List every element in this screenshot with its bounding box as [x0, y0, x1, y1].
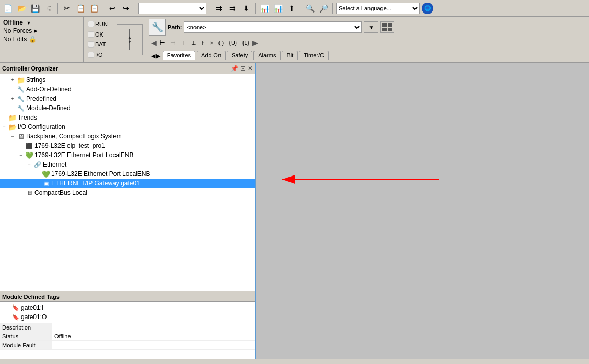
- rung-btn1[interactable]: ⊢: [158, 39, 167, 48]
- panel-pin-btn[interactable]: 📌: [230, 65, 238, 72]
- tab-favorites[interactable]: Favorites: [163, 51, 195, 60]
- tree-item-ethernet[interactable]: − 🔗 Ethernet: [0, 160, 255, 169]
- rung-btn7[interactable]: ( ): [216, 39, 226, 47]
- redo-button[interactable]: ↪: [120, 3, 132, 14]
- rung-btn3[interactable]: ⊤: [179, 39, 188, 48]
- open-button[interactable]: 📂: [16, 3, 27, 14]
- panel-float-btn[interactable]: ⊡: [240, 65, 246, 72]
- expand-module-defined[interactable]: [9, 105, 16, 111]
- expand-trends[interactable]: [1, 114, 7, 121]
- tree-label-pro1: 1769-L32E eip_test_pro1: [34, 142, 105, 149]
- expand-predefined[interactable]: +: [9, 96, 16, 102]
- bottom-panel-title: Module Defined Tags: [2, 293, 60, 300]
- ok-checkbox[interactable]: [88, 31, 94, 38]
- module-icon-module-defined: 🔧: [17, 104, 25, 112]
- routine-dropdown[interactable]: [138, 3, 206, 14]
- forces-expand-btn[interactable]: ▶: [34, 28, 38, 33]
- tab-safety[interactable]: Safety: [227, 51, 252, 60]
- tree-item-addon-defined[interactable]: 🔧 Add-On-Defined: [0, 85, 255, 94]
- io-checkbox[interactable]: [88, 52, 94, 58]
- upload-button[interactable]: ⬆: [286, 3, 297, 14]
- copy-button[interactable]: 📋: [75, 3, 86, 14]
- toolbar-row1: 📄 📂 💾 🖨 ✂ 📋 📋 ↩ ↪ ⇉ ⇉ ⬇ 📊 📊 ⬆ 🔍 🔎 Select…: [0, 0, 589, 17]
- bat-checkbox[interactable]: [88, 41, 94, 48]
- arrow-right-icon[interactable]: ▶: [252, 39, 258, 47]
- save-button[interactable]: 💾: [29, 3, 41, 14]
- tag-icon-i: 🔖: [11, 303, 20, 312]
- rung-btn5[interactable]: ⊦: [200, 39, 207, 48]
- fault-value: [52, 341, 255, 350]
- cpu-icon-backplane: 🖥: [17, 132, 25, 140]
- rung-btn4[interactable]: ⊥: [189, 39, 199, 48]
- tab-nav-next[interactable]: ▶: [156, 53, 160, 60]
- forces-label: No Forces: [3, 27, 32, 34]
- expand-ethernet[interactable]: −: [26, 161, 32, 168]
- rung-btn9[interactable]: {L}: [240, 39, 251, 47]
- sep6: [301, 3, 301, 14]
- expand-backplane[interactable]: −: [9, 133, 16, 139]
- expand-l32e-pro1[interactable]: [18, 143, 24, 149]
- right-panel: [256, 63, 589, 359]
- run-label: RUN: [95, 21, 108, 27]
- arrow-left-icon[interactable]: ◀: [151, 39, 157, 47]
- tag-label-i: gate01:I: [21, 304, 43, 311]
- tab-addon[interactable]: Add-On: [197, 51, 226, 60]
- folder-icon-strings: 📁: [17, 76, 25, 84]
- path-select[interactable]: <none>: [184, 21, 362, 33]
- tab-bit[interactable]: Bit: [282, 51, 298, 60]
- new-button[interactable]: 📄: [2, 3, 14, 14]
- sep2: [103, 3, 103, 14]
- tree-item-io-config[interactable]: − 📂 I/O Configuration: [0, 122, 255, 132]
- tag-label-o: gate01:O: [21, 313, 47, 321]
- tree-label-locenb: 1769-L32E Ethernet Port LocalENB: [34, 151, 133, 159]
- tree-item-module-defined[interactable]: 🔧 Module-Defined: [0, 103, 255, 113]
- zoom-in-button[interactable]: 🔍: [304, 3, 316, 14]
- language-select[interactable]: Select a Language...: [336, 3, 420, 14]
- expand-gateway[interactable]: [34, 180, 41, 186]
- zoom-out-button[interactable]: 🔎: [318, 3, 329, 14]
- rung-btn2[interactable]: ⊣: [168, 39, 178, 48]
- verify-all-button[interactable]: ⇉: [227, 3, 238, 14]
- rung-btn6[interactable]: ⊧: [208, 39, 215, 48]
- path-browse-btn[interactable]: ▼: [364, 21, 378, 33]
- paste-button[interactable]: 📋: [88, 3, 100, 14]
- tree-label-addon: Add-On-Defined: [26, 86, 72, 93]
- tabs-row: ◀ ▶ Favorites Add-On Safety Alarms Bit T…: [149, 49, 587, 60]
- print-button[interactable]: 🖨: [43, 3, 54, 14]
- expand-l32e-locenb[interactable]: −: [18, 152, 24, 158]
- bottom-panel: Module Defined Tags 🔖 gate01:I 🔖 gate01:…: [0, 291, 255, 359]
- tree-item-trends[interactable]: 📁 Trends: [0, 113, 255, 122]
- tag-gate01-o[interactable]: 🔖 gate01:O: [2, 312, 253, 322]
- tree-item-l32e-pro1[interactable]: ⬛ 1769-L32E eip_test_pro1: [0, 141, 255, 150]
- compare-button[interactable]: 📊: [272, 3, 284, 14]
- tree-item-strings[interactable]: + 📁 Strings: [0, 75, 255, 85]
- expand-strings[interactable]: +: [9, 77, 16, 83]
- undo-button[interactable]: ↩: [107, 3, 118, 14]
- expand-l32e-locenb2[interactable]: [34, 171, 41, 177]
- tab-nav-prev[interactable]: ◀: [151, 53, 155, 60]
- tree-item-l32e-locenb[interactable]: − 💚 1769-L32E Ethernet Port LocalENB: [0, 150, 255, 160]
- tab-timerc[interactable]: Timer/C: [299, 51, 329, 60]
- tree-item-gateway[interactable]: ▣ ETHERNET/IP Gateway gate01: [0, 179, 255, 188]
- tree-item-l32e-locenb2[interactable]: 💚 1769-L32E Ethernet Port LocalENB: [0, 169, 255, 179]
- sep5: [255, 3, 256, 14]
- expand-io-config[interactable]: −: [1, 124, 7, 130]
- tab-alarms[interactable]: Alarms: [253, 51, 281, 60]
- center-panel-indicator: ▲ ▼: [117, 24, 143, 55]
- tree-item-compactbus[interactable]: 🖥 CompactBus Local: [0, 188, 255, 197]
- tree-item-backplane[interactable]: − 🖥 Backplane, CompactLogix System: [0, 132, 255, 141]
- expand-compactbus[interactable]: [18, 190, 24, 196]
- offline-dropdown-btn[interactable]: ▼: [25, 19, 32, 26]
- run-checkbox[interactable]: [88, 21, 94, 27]
- expand-addon[interactable]: [9, 86, 16, 92]
- verify-button[interactable]: ⇉: [213, 3, 225, 14]
- bottom-panel-header: Module Defined Tags: [0, 291, 255, 302]
- diagnostics-button[interactable]: 📊: [259, 3, 270, 14]
- panel-close-btn[interactable]: ✕: [248, 65, 253, 72]
- tag-gate01-i[interactable]: 🔖 gate01:I: [2, 303, 253, 312]
- tree-item-predefined[interactable]: + 🔧 Predefined: [0, 94, 255, 103]
- cut-button[interactable]: ✂: [61, 3, 73, 14]
- download-button[interactable]: ⬇: [240, 3, 252, 14]
- grid-view-btn[interactable]: [380, 21, 394, 33]
- rung-btn8[interactable]: {U}: [227, 39, 239, 47]
